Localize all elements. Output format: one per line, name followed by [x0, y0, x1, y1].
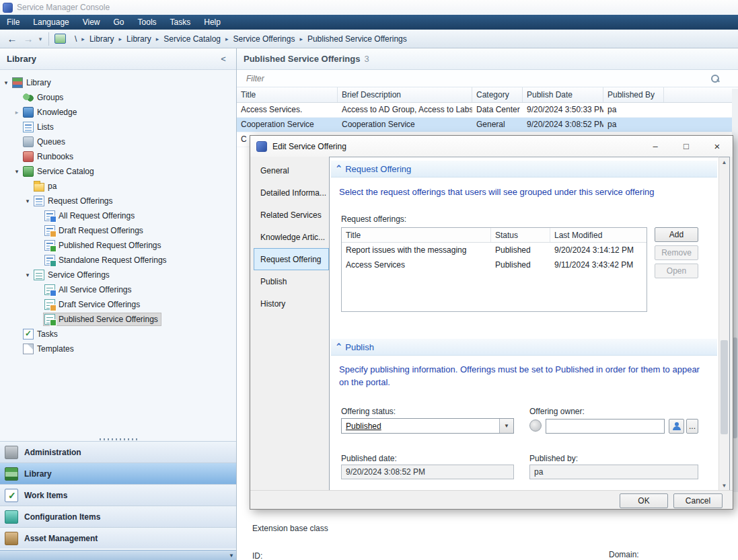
dialog-nav-related-services[interactable]: Related Services [254, 204, 329, 226]
tree-item-library[interactable]: ▾ Library [0, 75, 236, 90]
scrollbar-thumb[interactable] [733, 337, 737, 438]
column-header-title[interactable]: Title [237, 87, 338, 102]
expand-icon[interactable]: ▾ [12, 168, 22, 175]
offering-owner-label: Offering owner: [529, 407, 585, 416]
menu-view[interactable]: View [76, 15, 107, 30]
menu-tools[interactable]: Tools [131, 15, 163, 30]
dialog-vertical-scrollbar[interactable]: ▲ ▼ [718, 157, 730, 491]
tree-item-knowledge[interactable]: ▸ Knowledge [0, 105, 236, 120]
maximize-icon[interactable]: □ [671, 136, 702, 157]
menu-help[interactable]: Help [197, 15, 227, 30]
breadcrumb-service-catalog[interactable]: Service Catalog [160, 34, 224, 44]
menu-tasks[interactable]: Tasks [163, 15, 198, 30]
menu-go[interactable]: Go [107, 15, 131, 30]
scroll-up-icon[interactable]: ▲ [722, 157, 727, 167]
browse-button[interactable]: ... [686, 419, 698, 434]
column-header-published-by[interactable]: Published By [603, 87, 664, 102]
tree-item-groups[interactable]: Groups [0, 90, 236, 105]
dialog-nav-knowledge-articles[interactable]: Knowledge Artic... [254, 226, 329, 248]
dialog-nav-publish[interactable]: Publish [254, 270, 329, 292]
request-offerings-table-header: Title Status Last Modified [342, 228, 647, 243]
tree-item-all-request-offerings[interactable]: All Request Offerings [0, 208, 236, 223]
collapse-section-icon[interactable]: ^ [336, 342, 341, 352]
select-user-button[interactable] [669, 419, 684, 434]
tree-item-queues[interactable]: Queues [0, 134, 236, 149]
table-row-access-services[interactable]: Access Services Published 9/11/2024 3:43… [342, 257, 647, 272]
nav-asset-management[interactable]: Asset Management [0, 527, 236, 549]
collapse-section-icon[interactable]: ^ [336, 164, 341, 173]
ok-button[interactable]: OK [620, 493, 668, 508]
library-workspace-icon [5, 467, 18, 481]
menu-file[interactable]: File [0, 15, 26, 30]
nav-work-items[interactable]: Work Items [0, 484, 236, 506]
breadcrumb-library-2[interactable]: Library [123, 34, 155, 44]
add-button[interactable]: Add [655, 227, 698, 242]
breadcrumb-published-service-offerings[interactable]: Published Service Offerings [304, 34, 410, 44]
tree-item-pa[interactable]: pa [0, 179, 236, 194]
column-header-brief-description[interactable]: Brief Description [338, 87, 472, 102]
open-button[interactable]: Open [655, 264, 698, 278]
close-icon[interactable]: × [702, 136, 733, 157]
filter-input[interactable] [246, 74, 711, 83]
column-header-category[interactable]: Category [472, 87, 523, 102]
configuration-items-icon [5, 510, 18, 524]
menu-language[interactable]: Language [26, 15, 75, 30]
sidebar-scrollbar[interactable]: ▼ [0, 550, 236, 560]
expand-icon[interactable]: ▾ [23, 272, 32, 278]
tree-item-request-offerings[interactable]: ▾ Request Offerings [0, 194, 236, 208]
column-header-publish-date[interactable]: Publish Date [523, 87, 603, 102]
tree-item-service-offerings[interactable]: ▾ Service Offerings [0, 268, 236, 282]
sidebar-title: Library [7, 54, 36, 64]
tree-item-all-service-offerings[interactable]: All Service Offerings [0, 282, 236, 297]
tree-item-runbooks[interactable]: Runbooks [0, 149, 236, 164]
tree-item-published-service-offerings[interactable]: Published Service Offerings [0, 312, 236, 327]
history-dropdown-icon[interactable]: ▾ [36, 36, 44, 42]
scrollbar-thumb[interactable] [721, 340, 728, 434]
tree-item-standalone-request-offerings[interactable]: Standalone Request Offerings [0, 253, 236, 268]
column-header-title[interactable]: Title [342, 228, 491, 242]
chevron-down-icon[interactable]: ▼ [499, 419, 513, 433]
tree-item-draft-request-offerings[interactable]: Draft Request Offerings [0, 223, 236, 238]
expand-icon[interactable]: ▾ [1, 79, 11, 86]
tree-item-lists[interactable]: Lists [0, 120, 236, 134]
dialog-nav-detailed-information[interactable]: Detailed Informa... [254, 182, 329, 204]
breadcrumb-library[interactable]: Library [86, 34, 118, 44]
navigation-toolbar: ← → ▾ \ ▸ Library ▸ Library ▸ Service Ca… [0, 30, 738, 48]
dialog-nav-history[interactable]: History [254, 292, 329, 315]
request-offering-section-header[interactable]: ^ Request Offering [331, 161, 717, 177]
minimize-icon[interactable]: – [640, 136, 671, 157]
scroll-down-icon[interactable]: ▼ [722, 481, 727, 491]
scroll-down-icon[interactable]: ▼ [229, 553, 234, 559]
tree-item-draft-service-offerings[interactable]: Draft Service Offerings [0, 297, 236, 312]
column-header-status[interactable]: Status [491, 228, 550, 242]
tree-item-service-catalog[interactable]: ▾ Service Catalog [0, 164, 236, 179]
nav-configuration-items[interactable]: Configuration Items [0, 506, 236, 527]
back-button[interactable]: ← [4, 32, 20, 46]
forward-button[interactable]: → [20, 32, 36, 46]
nav-administration[interactable]: Administration [0, 441, 236, 463]
dialog-nav-request-offering[interactable]: Request Offering [254, 248, 329, 270]
cancel-button[interactable]: Cancel [673, 493, 723, 508]
dialog-nav-general[interactable]: General [254, 159, 329, 182]
table-row-cooperation-service[interactable]: Cooperation Service Cooperation Service … [237, 118, 738, 132]
publish-section-header[interactable]: ^ Publish [331, 339, 717, 356]
offering-status-select[interactable]: Published ▼ [341, 418, 514, 434]
all-service-offerings-icon [44, 284, 55, 295]
tree-item-templates[interactable]: Templates [0, 342, 236, 356]
expand-icon[interactable]: ▾ [23, 198, 32, 204]
remove-button[interactable]: Remove [655, 245, 698, 260]
tree-item-published-request-offerings[interactable]: Published Request Offerings [0, 238, 236, 253]
table-row-report-issues[interactable]: Report issues with the messaging Publish… [342, 243, 647, 257]
table-row-access-services[interactable]: Access Services. Access to AD Group, Acc… [237, 103, 738, 118]
expand-icon[interactable]: ▸ [12, 109, 22, 116]
tree-item-tasks[interactable]: Tasks [0, 327, 236, 342]
search-icon[interactable] [711, 75, 719, 83]
offering-owner-field[interactable] [546, 419, 665, 434]
nav-library[interactable]: Library [0, 463, 236, 484]
breadcrumb-service-offerings[interactable]: Service Offerings [230, 34, 299, 44]
breadcrumb-root[interactable]: \ [71, 34, 80, 44]
lists-icon [23, 122, 34, 132]
dialog-title-bar[interactable]: Edit Service Offering – □ × [250, 136, 733, 157]
collapse-panel-icon[interactable]: < [217, 54, 229, 64]
column-header-last-modified[interactable]: Last Modified [550, 228, 647, 242]
